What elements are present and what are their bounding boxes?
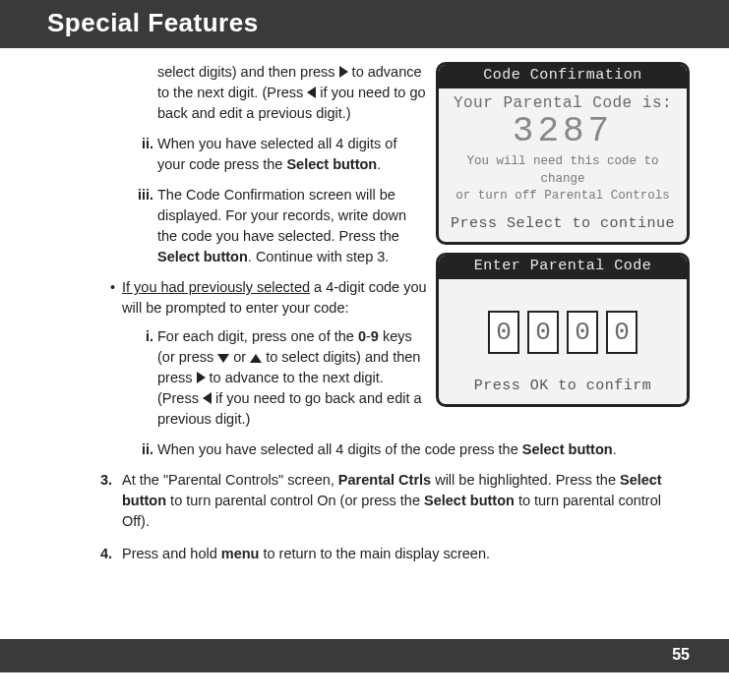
list-item: ii. When you have selected all 4 digits …: [157, 134, 690, 175]
arrow-left-icon: [307, 87, 316, 98]
underline-text: If you had previously selected: [122, 279, 310, 295]
list-item: 4. Press and hold menu to return to the …: [122, 544, 690, 564]
page-title: Special Features: [47, 8, 729, 38]
arrow-right-icon: [339, 66, 348, 78]
list-item: ii. When you have selected all 4 digits …: [157, 439, 690, 460]
roman-numeral: ii.: [128, 134, 153, 154]
text: will be highlighted. Press the: [431, 472, 620, 488]
arrow-up-icon: [250, 354, 262, 363]
header-bar: Special Features: [0, 0, 729, 48]
bold-text: Select button: [522, 441, 613, 457]
roman-numeral: ii.: [128, 439, 153, 460]
roman-list-1: select digits) and then press to advance…: [47, 62, 690, 267]
bold-text: Select button: [157, 249, 248, 264]
text: or: [229, 349, 250, 365]
text: When you have selected all 4 digits of t…: [157, 441, 522, 457]
continued-fragment: select digits) and then press: [157, 64, 339, 80]
text: . Continue with step 3.: [248, 249, 389, 264]
list-item: select digits) and then press to advance…: [157, 62, 690, 124]
arrow-right-icon: [197, 372, 206, 383]
numbered-list: 3. At the "Parental Controls" screen, Pa…: [47, 470, 690, 564]
text: At the "Parental Controls" screen,: [122, 472, 338, 488]
step-number: 4.: [100, 544, 112, 564]
page-number: 55: [672, 646, 690, 664]
footer-bar: 55: [0, 639, 729, 672]
bold-text: Parental Ctrls: [338, 472, 431, 488]
step-number: 3.: [100, 470, 112, 491]
bold-text: Select button: [424, 493, 515, 508]
arrow-down-icon: [217, 354, 229, 363]
bold-text: menu: [221, 546, 260, 561]
bullet-previous: If you had previously selected a 4-digit…: [47, 277, 690, 319]
text: to return to the main display screen.: [259, 546, 490, 561]
bold-text: Select button: [286, 156, 377, 172]
bold-text: 9: [371, 328, 379, 344]
arrow-left-icon: [203, 392, 212, 404]
instruction-text: select digits) and then press to advance…: [47, 62, 690, 564]
bold-text: 0: [358, 328, 366, 344]
text: .: [377, 156, 381, 172]
text: The Code Confirmation screen will be dis…: [157, 187, 406, 244]
roman-numeral: i.: [128, 326, 153, 347]
roman-list-2: i. For each digit, press one of the 0-9 …: [47, 326, 690, 460]
page-body: Code Confirmation Your Parental Code is:…: [0, 48, 729, 600]
list-item: iii. The Code Confirmation screen will b…: [157, 185, 690, 267]
text: .: [613, 441, 617, 457]
list-item: i. For each digit, press one of the 0-9 …: [157, 326, 690, 430]
text: to turn parental control On (or press th…: [166, 493, 424, 508]
list-item: 3. At the "Parental Controls" screen, Pa…: [122, 470, 690, 532]
roman-numeral: iii.: [128, 185, 153, 205]
text: Press and hold: [122, 546, 221, 561]
text: For each digit, press one of the: [157, 328, 358, 344]
